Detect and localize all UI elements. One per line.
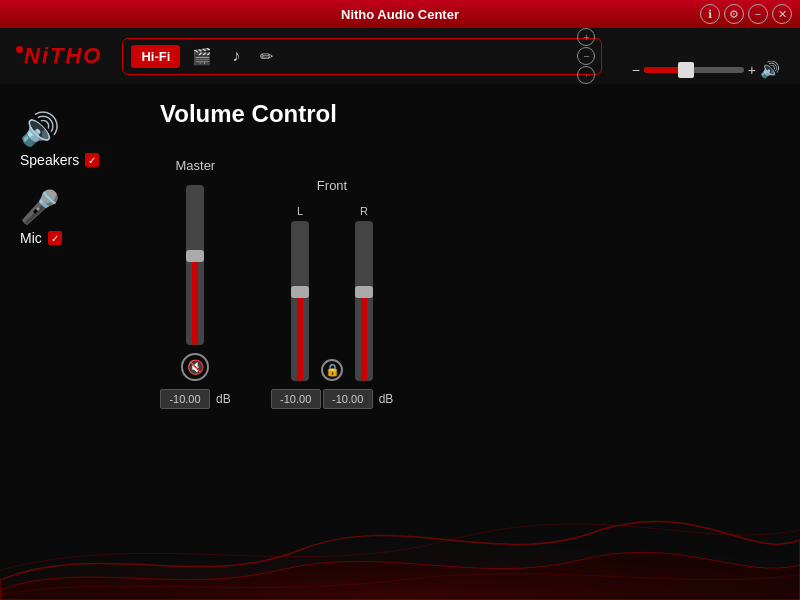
master-slider[interactable]: [186, 185, 204, 345]
info-button[interactable]: ℹ: [700, 4, 720, 24]
volume-slider-track[interactable]: [644, 67, 744, 73]
master-slider-fill: [192, 260, 198, 345]
front-r-thumb[interactable]: [355, 286, 373, 298]
header: NiTHO Hi-Fi 🎬 ♪ ✏ + − · − + 🔊: [0, 28, 800, 84]
volume-slider-thumb[interactable]: [678, 62, 694, 78]
lock-icon[interactable]: 🔒: [321, 359, 343, 381]
minimize-button[interactable]: −: [748, 4, 768, 24]
mic-label-row: Mic ✓: [20, 230, 62, 246]
front-l-container: L: [291, 205, 309, 381]
mic-icon: 🎤: [20, 188, 60, 226]
front-l-thumb[interactable]: [291, 286, 309, 298]
master-label: Master: [175, 158, 215, 173]
music-button[interactable]: ♪: [224, 43, 248, 69]
front-r-db-input[interactable]: [323, 389, 373, 409]
master-group: Master 🔇 dB: [160, 158, 231, 409]
settings-button[interactable]: ⚙: [724, 4, 744, 24]
front-l-label: L: [297, 205, 303, 217]
close-button[interactable]: ✕: [772, 4, 792, 24]
front-l-db-input[interactable]: [271, 389, 321, 409]
front-r-container: R: [355, 205, 373, 381]
speakers-checkbox[interactable]: ✓: [85, 153, 99, 167]
master-db-input[interactable]: [160, 389, 210, 409]
app-title: Nitho Audio Center: [341, 7, 459, 22]
master-sliders: [186, 185, 204, 345]
main-content: 🔊 Speakers ✓ 🎤 Mic ✓ Volume Control Mast…: [0, 84, 800, 600]
sidebar-item-mic[interactable]: 🎤 Mic ✓: [20, 188, 140, 246]
master-slider-container: [186, 185, 204, 345]
toolbar-right-buttons: + − ·: [577, 28, 595, 84]
master-db-row: dB: [160, 389, 231, 409]
front-sliders: L 🔒 R: [291, 205, 373, 381]
mic-checkbox[interactable]: ✓: [48, 231, 62, 245]
front-l-fill: [297, 296, 303, 381]
front-db-unit: dB: [379, 392, 394, 406]
logo: NiTHO: [16, 43, 102, 69]
content-area: Volume Control Master 🔇 dB: [140, 100, 780, 584]
zoom-dots-button[interactable]: ·: [577, 66, 595, 84]
sidebar-item-speakers[interactable]: 🔊 Speakers ✓: [20, 110, 140, 168]
lock-container: 🔒: [321, 359, 343, 381]
film-button[interactable]: 🎬: [184, 43, 220, 70]
speakers-label-row: Speakers ✓: [20, 152, 99, 168]
master-slider-thumb[interactable]: [186, 250, 204, 262]
front-db-row: dB: [271, 389, 394, 409]
front-l-slider[interactable]: [291, 221, 309, 381]
zoom-out-button[interactable]: −: [577, 47, 595, 65]
front-r-label: R: [360, 205, 368, 217]
vol-plus-icon: +: [748, 62, 756, 78]
logo-text: NiTHO: [24, 43, 102, 68]
front-group: Front L 🔒 R: [271, 178, 394, 409]
mic-label: Mic: [20, 230, 42, 246]
speakers-icon: 🔊: [20, 110, 60, 148]
window-controls: ℹ ⚙ − ✕: [700, 4, 792, 24]
title-bar: Nitho Audio Center ℹ ⚙ − ✕: [0, 0, 800, 28]
volume-slider-fill: [644, 67, 682, 73]
volume-speaker-icon: 🔊: [760, 60, 780, 79]
toolbar: Hi-Fi 🎬 ♪ ✏ + − ·: [122, 38, 602, 75]
edit-button[interactable]: ✏: [252, 43, 281, 70]
master-db-unit: dB: [216, 392, 231, 406]
front-label: Front: [317, 178, 347, 193]
page-title: Volume Control: [160, 100, 760, 128]
front-r-slider[interactable]: [355, 221, 373, 381]
hifi-button[interactable]: Hi-Fi: [131, 45, 180, 68]
speakers-label: Speakers: [20, 152, 79, 168]
sidebar: 🔊 Speakers ✓ 🎤 Mic ✓: [20, 100, 140, 584]
volume-controls: Master 🔇 dB Front: [160, 158, 760, 409]
zoom-in-button[interactable]: +: [577, 28, 595, 46]
vol-minus-icon: −: [632, 62, 640, 78]
volume-bar: − + 🔊: [632, 60, 780, 79]
master-mute-button[interactable]: 🔇: [181, 353, 209, 381]
front-r-fill: [361, 296, 367, 381]
